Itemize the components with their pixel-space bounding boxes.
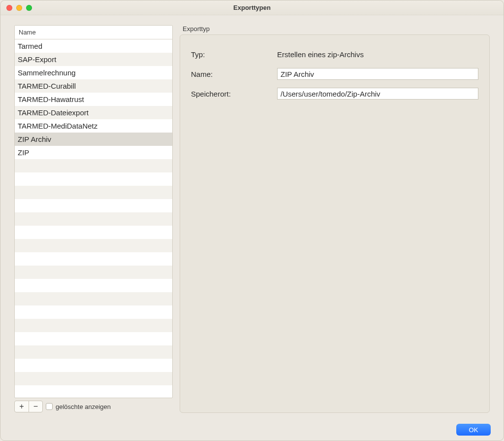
table-row[interactable]: TARMED-MediDataNetz — [15, 119, 172, 133]
export-types-column: Name TarmedSAP-ExportSammelrechnungTARME… — [14, 25, 173, 413]
table-row[interactable] — [15, 292, 172, 305]
table-toolbar: + − gelöschte anzeigen — [14, 400, 173, 413]
table-row[interactable]: TARMED-Curabill — [15, 79, 172, 93]
show-deleted-checkbox[interactable] — [46, 403, 53, 410]
table-row[interactable] — [15, 212, 172, 226]
row-speicherort: Speicherort: — [191, 87, 478, 100]
table-row[interactable]: Tarmed — [15, 39, 172, 53]
window-title: Exporttypen — [233, 4, 271, 11]
add-button[interactable]: + — [15, 401, 29, 412]
row-typ: Typ: Erstellen eines zip-Archivs — [191, 48, 478, 61]
detail-column: Exporttyp Typ: Erstellen eines zip-Archi… — [180, 25, 490, 413]
footer: OK — [0, 419, 504, 441]
name-label: Name: — [191, 70, 277, 78]
table-row[interactable] — [15, 252, 172, 266]
table-row[interactable] — [15, 226, 172, 239]
ok-button[interactable]: OK — [456, 424, 491, 436]
table-row[interactable] — [15, 305, 172, 319]
table-row[interactable] — [15, 345, 172, 359]
close-icon[interactable] — [6, 5, 12, 11]
window: Exporttypen Name TarmedSAP-ExportSammelr… — [0, 0, 504, 441]
table-row[interactable]: TARMED-Dateiexport — [15, 106, 172, 119]
detail-group-title: Exporttyp — [180, 25, 490, 34]
speicherort-label: Speicherort: — [191, 90, 277, 98]
table-row[interactable] — [15, 172, 172, 186]
minimize-icon[interactable] — [16, 5, 22, 11]
table-row[interactable]: TARMED-Hawatrust — [15, 93, 172, 106]
detail-group-box: Typ: Erstellen eines zip-Archivs Name: S… — [180, 34, 490, 413]
table-row[interactable] — [15, 332, 172, 345]
table-row[interactable] — [15, 385, 172, 398]
table-row[interactable] — [15, 159, 172, 172]
titlebar: Exporttypen — [0, 0, 504, 15]
table-row[interactable] — [15, 372, 172, 385]
table-header-name[interactable]: Name — [15, 26, 172, 39]
show-deleted-label: gelöschte anzeigen — [56, 403, 111, 410]
table-row[interactable] — [15, 266, 172, 279]
table-body[interactable]: TarmedSAP-ExportSammelrechnungTARMED-Cur… — [15, 39, 172, 398]
zoom-icon[interactable] — [26, 5, 32, 11]
row-name: Name: — [191, 68, 478, 80]
table-row[interactable] — [15, 279, 172, 292]
typ-label: Typ: — [191, 50, 277, 59]
window-controls — [6, 5, 32, 11]
table-row[interactable] — [15, 359, 172, 372]
add-remove-segment: + − — [14, 401, 43, 412]
name-field[interactable] — [277, 68, 478, 80]
table-row[interactable] — [15, 199, 172, 212]
table-row[interactable]: Sammelrechnung — [15, 66, 172, 79]
table-row[interactable] — [15, 186, 172, 199]
table-row[interactable] — [15, 239, 172, 252]
table-row[interactable]: SAP-Export — [15, 53, 172, 66]
export-types-table: Name TarmedSAP-ExportSammelrechnungTARME… — [14, 25, 173, 398]
content-area: Name TarmedSAP-ExportSammelrechnungTARME… — [0, 15, 504, 419]
remove-button[interactable]: − — [29, 401, 42, 412]
typ-value: Erstellen eines zip-Archivs — [277, 50, 478, 59]
speicherort-field[interactable] — [277, 88, 478, 100]
table-row[interactable]: ZIP — [15, 146, 172, 159]
table-row[interactable]: ZIP Archiv — [15, 133, 172, 146]
table-row[interactable] — [15, 319, 172, 332]
